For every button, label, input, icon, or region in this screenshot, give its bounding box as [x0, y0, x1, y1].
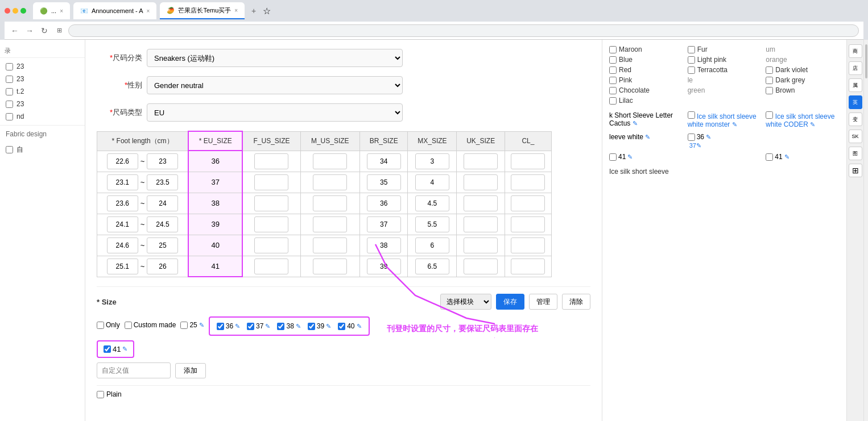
- sidebar-icon-tu[interactable]: 图: [849, 147, 862, 160]
- f-us-5[interactable]: [254, 237, 288, 253]
- rp-size-36-edit[interactable]: ✎: [706, 134, 711, 141]
- size-36-edit-icon[interactable]: ✎: [235, 323, 240, 330]
- uk-1[interactable]: [464, 153, 498, 169]
- size-39-checkbox[interactable]: [308, 323, 315, 330]
- custom-made-checkbox[interactable]: [125, 322, 132, 329]
- scroll-indicator[interactable]: [863, 40, 868, 421]
- foot-max-4[interactable]: [147, 216, 178, 232]
- product-col3-link[interactable]: Ice silk short sleeve white CODER: [766, 112, 834, 128]
- br-1[interactable]: [367, 153, 401, 169]
- color-light-pink-check[interactable]: [688, 56, 695, 64]
- custom-value-input[interactable]: [97, 362, 171, 378]
- left-item-1-check[interactable]: [6, 63, 13, 70]
- color-brown-check[interactable]: [766, 87, 773, 94]
- add-button[interactable]: 添加: [175, 363, 206, 378]
- foot-min-6[interactable]: [107, 259, 138, 274]
- foot-min-3[interactable]: [107, 195, 138, 211]
- gender-select[interactable]: Gender neutral: [147, 76, 403, 94]
- select-module-dropdown[interactable]: 选择模块: [440, 294, 491, 310]
- tab-announcement[interactable]: 📧 Announcement - A ×: [73, 2, 156, 19]
- forward-button[interactable]: →: [24, 25, 35, 36]
- size-37-checkbox[interactable]: [247, 323, 254, 330]
- foot-min-1[interactable]: [107, 153, 138, 169]
- cl-3[interactable]: [511, 195, 545, 211]
- size-25-checkbox[interactable]: [180, 322, 188, 329]
- uk-5[interactable]: [464, 237, 498, 253]
- bookmark-icon[interactable]: ☆: [263, 6, 271, 16]
- m-us-2[interactable]: [313, 174, 347, 190]
- left-item-6-check[interactable]: [6, 146, 13, 153]
- mx-4[interactable]: [415, 216, 449, 232]
- sidebar-icon-bian[interactable]: 变: [849, 112, 862, 126]
- left-item-2-check[interactable]: [6, 76, 13, 83]
- cl-4[interactable]: [511, 216, 545, 232]
- rp-size-41b-check[interactable]: [766, 153, 773, 161]
- tab-temu[interactable]: 🥭 芒果店长Temu买手 ×: [160, 2, 245, 19]
- cl-1[interactable]: [511, 153, 545, 169]
- tab-1-close[interactable]: ×: [60, 8, 63, 14]
- foot-min-2[interactable]: [107, 174, 138, 190]
- foot-min-4[interactable]: [107, 216, 138, 232]
- foot-max-3[interactable]: [147, 195, 178, 211]
- color-red-check[interactable]: [609, 66, 617, 74]
- clear-button[interactable]: 清除: [562, 294, 590, 310]
- save-button[interactable]: 保存: [496, 294, 524, 310]
- m-us-4[interactable]: [313, 216, 347, 232]
- foot-max-2[interactable]: [147, 174, 178, 190]
- uk-6[interactable]: [464, 259, 498, 274]
- f-us-1[interactable]: [254, 153, 288, 169]
- sidebar-icon-shu[interactable]: 属: [849, 78, 862, 92]
- mx-2[interactable]: [415, 174, 449, 190]
- color-pink-check[interactable]: [609, 77, 617, 84]
- left-item-3-check[interactable]: [6, 88, 13, 95]
- sidebar-icon-shang[interactable]: 商: [849, 44, 862, 58]
- foot-max-5[interactable]: [147, 237, 178, 253]
- address-input[interactable]: [68, 24, 859, 37]
- uk-2[interactable]: [464, 174, 498, 190]
- f-us-6[interactable]: [254, 259, 288, 274]
- mx-1[interactable]: [415, 153, 449, 169]
- plain-checkbox[interactable]: [97, 391, 104, 398]
- size-40-edit-icon[interactable]: ✎: [357, 323, 362, 330]
- size-25-edit-icon[interactable]: ✎: [199, 322, 204, 329]
- size-38-checkbox[interactable]: [277, 323, 284, 330]
- foot-max-6[interactable]: [147, 259, 178, 274]
- mx-3[interactable]: [415, 195, 449, 211]
- size-40-checkbox[interactable]: [338, 323, 345, 330]
- size-36-checkbox[interactable]: [217, 323, 224, 330]
- f-us-2[interactable]: [254, 174, 288, 190]
- back-button[interactable]: ←: [9, 25, 20, 36]
- product-col2-link[interactable]: Ice silk short sleeve white monster: [688, 112, 757, 128]
- f-us-4[interactable]: [254, 216, 288, 232]
- tab-temu-close[interactable]: ×: [234, 7, 238, 14]
- cl-5[interactable]: [511, 237, 545, 253]
- color-terracotta-check[interactable]: [688, 66, 695, 74]
- color-fur-check[interactable]: [688, 46, 695, 53]
- home-button[interactable]: ⊞: [53, 25, 65, 36]
- sleeve-white-edit[interactable]: ✎: [645, 134, 650, 140]
- color-blue-check[interactable]: [609, 56, 617, 64]
- color-dark-violet-check[interactable]: [766, 66, 773, 74]
- br-6[interactable]: [367, 259, 401, 274]
- rp-size-41a-check[interactable]: [609, 153, 617, 161]
- product-col3-edit[interactable]: ✎: [810, 121, 815, 128]
- sidebar-icon-grid[interactable]: ⊞: [849, 164, 862, 177]
- rp-size-41b-edit[interactable]: ✎: [784, 153, 790, 161]
- product-col1-edit[interactable]: ✎: [633, 120, 638, 127]
- size-38-edit-icon[interactable]: ✎: [296, 323, 301, 330]
- product-col2-edit[interactable]: ✎: [732, 121, 737, 128]
- product-col3-check[interactable]: [766, 111, 773, 119]
- product-col2-check[interactable]: [688, 111, 695, 119]
- size-39-edit-icon[interactable]: ✎: [326, 323, 331, 330]
- m-us-3[interactable]: [313, 195, 347, 211]
- tab-announcement-close[interactable]: ×: [147, 8, 150, 14]
- only-checkbox[interactable]: [97, 322, 104, 329]
- m-us-1[interactable]: [313, 153, 347, 169]
- left-item-4-check[interactable]: [6, 101, 13, 108]
- m-us-6[interactable]: [313, 259, 347, 274]
- size-category-select[interactable]: Sneakers (运动鞋): [147, 49, 403, 67]
- uk-3[interactable]: [464, 195, 498, 211]
- sidebar-icon-ying[interactable]: 英: [849, 95, 862, 109]
- rp-size-36-check[interactable]: [688, 134, 695, 141]
- mx-6[interactable]: [415, 259, 449, 274]
